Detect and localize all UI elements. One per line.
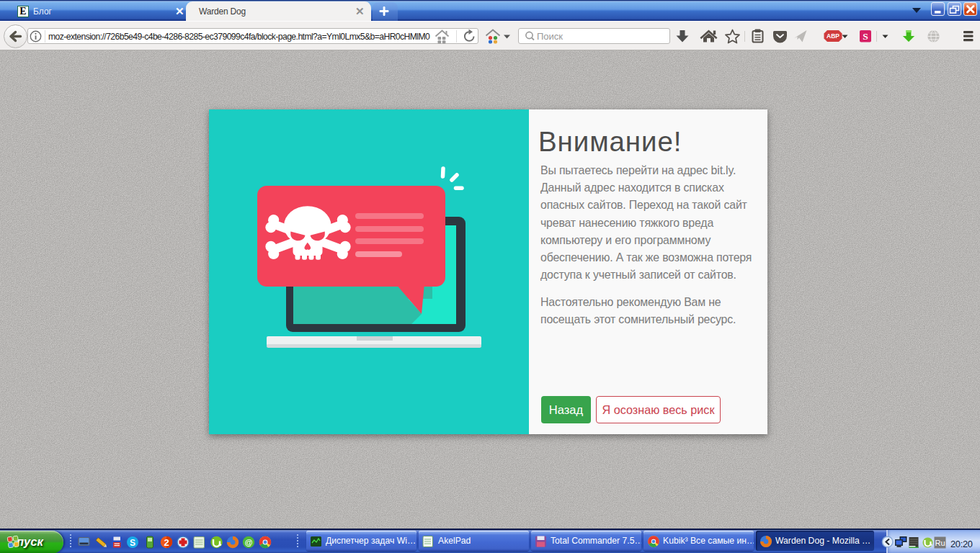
svg-text:ABP: ABP — [827, 32, 839, 40]
svg-text:@: @ — [245, 538, 253, 547]
svg-text:Ru: Ru — [935, 539, 945, 547]
svg-text:S: S — [130, 538, 135, 548]
svg-text:S: S — [863, 31, 868, 42]
svg-text:2: 2 — [164, 537, 169, 548]
